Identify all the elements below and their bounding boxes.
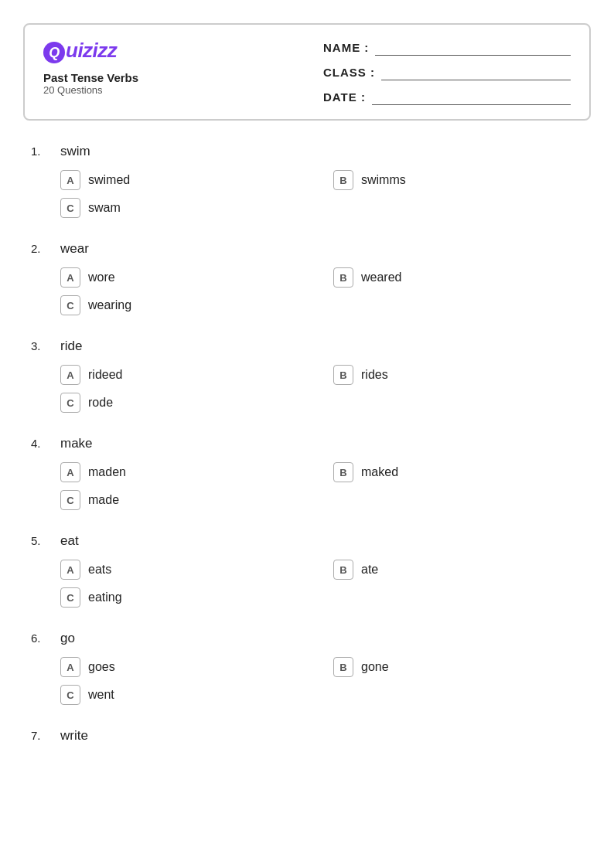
- questions-container: 1.swimAswimedBswimmsCswam2.wearAworeBwea…: [23, 144, 591, 744]
- name-label: NAME :: [323, 41, 369, 54]
- option-empty: [333, 393, 583, 413]
- option-text-B: swimms: [361, 173, 406, 187]
- question-block-1: 1.swimAswimedBswimmsCswam: [31, 144, 583, 218]
- option-item: Aswimed: [60, 170, 310, 190]
- question-text-5: eat: [60, 533, 79, 549]
- option-text-B: weared: [361, 271, 401, 284]
- option-text-A: eats: [88, 563, 111, 577]
- question-number-5: 5.: [31, 534, 53, 547]
- question-number-row-2: 2.wear: [31, 241, 583, 257]
- quiz-title: Past Tense Verbs: [43, 71, 138, 84]
- option-item: Amaden: [60, 462, 310, 482]
- option-item: Cswam: [60, 198, 310, 218]
- class-field-row: CLASS :: [323, 63, 571, 80]
- options-grid-1: AswimedBswimmsCswam: [31, 170, 583, 218]
- option-item: Bgone: [333, 657, 583, 677]
- date-field-row: DATE :: [323, 88, 571, 105]
- question-text-7: write: [60, 728, 88, 744]
- option-text-B: gone: [361, 660, 389, 674]
- option-item: Bate: [333, 560, 583, 580]
- question-number-6: 6.: [31, 631, 53, 645]
- date-label: DATE :: [323, 90, 366, 104]
- option-empty: [333, 490, 583, 510]
- option-text-C: went: [88, 688, 114, 702]
- question-text-4: make: [60, 436, 93, 451]
- option-item: Awore: [60, 267, 310, 288]
- question-number-row-6: 6.go: [31, 631, 583, 646]
- option-empty: [333, 295, 583, 315]
- option-empty: [333, 587, 583, 608]
- question-text-2: wear: [60, 241, 89, 257]
- option-text-B: maked: [361, 465, 398, 479]
- option-item: Bswimms: [333, 170, 583, 190]
- class-label: CLASS :: [323, 66, 375, 79]
- option-badge-A: A: [60, 170, 80, 190]
- option-badge-A: A: [60, 267, 80, 288]
- option-text-C: made: [88, 493, 119, 507]
- class-line: [381, 63, 571, 80]
- options-grid-4: AmadenBmakedCmade: [31, 462, 583, 510]
- question-number-1: 1.: [31, 145, 53, 158]
- option-badge-A: A: [60, 560, 80, 580]
- option-badge-C: C: [60, 685, 80, 705]
- question-number-row-5: 5.eat: [31, 533, 583, 549]
- header-left: QQuizizzuizizz Past Tense Verbs 20 Quest…: [43, 39, 138, 96]
- options-grid-5: AeatsBateCeating: [31, 560, 583, 608]
- option-empty: [333, 685, 583, 705]
- option-badge-B: B: [333, 170, 353, 190]
- option-text-B: rides: [361, 368, 388, 382]
- option-item: Cwearing: [60, 295, 310, 315]
- question-number-4: 4.: [31, 437, 53, 450]
- option-text-A: wore: [88, 271, 115, 284]
- name-field-row: NAME :: [323, 39, 571, 56]
- option-badge-B: B: [333, 267, 353, 288]
- option-item: Bmaked: [333, 462, 583, 482]
- logo: QQuizizzuizizz: [43, 39, 138, 63]
- option-text-C: swam: [88, 201, 121, 215]
- option-text-A: swimed: [88, 173, 130, 187]
- option-badge-C: C: [60, 587, 80, 608]
- options-grid-6: AgoesBgoneCwent: [31, 657, 583, 705]
- name-line: [375, 39, 571, 56]
- question-number-row-7: 7.write: [31, 728, 583, 744]
- option-item: Brides: [333, 365, 583, 385]
- option-item: Bweared: [333, 267, 583, 288]
- options-grid-3: ArideedBridesCrode: [31, 365, 583, 413]
- option-item: Cwent: [60, 685, 310, 705]
- options-grid-2: AworeBwearedCwearing: [31, 267, 583, 315]
- option-empty: [333, 198, 583, 218]
- option-item: Arideed: [60, 365, 310, 385]
- option-text-C: rode: [88, 396, 113, 410]
- question-number-row-3: 3.ride: [31, 339, 583, 354]
- question-block-2: 2.wearAworeBwearedCwearing: [31, 241, 583, 315]
- option-item: Crode: [60, 393, 310, 413]
- option-badge-C: C: [60, 490, 80, 510]
- question-number-7: 7.: [31, 729, 53, 742]
- question-block-7: 7.write: [31, 728, 583, 744]
- question-text-6: go: [60, 631, 75, 646]
- option-badge-A: A: [60, 657, 80, 677]
- option-badge-A: A: [60, 365, 80, 385]
- option-item: Aeats: [60, 560, 310, 580]
- header-right: NAME : CLASS : DATE :: [323, 39, 571, 105]
- option-text-A: maden: [88, 465, 126, 479]
- option-badge-C: C: [60, 198, 80, 218]
- option-badge-B: B: [333, 560, 353, 580]
- question-block-5: 5.eatAeatsBateCeating: [31, 533, 583, 608]
- option-item: Ceating: [60, 587, 310, 608]
- option-badge-C: C: [60, 393, 80, 413]
- option-text-A: rideed: [88, 368, 122, 382]
- question-number-row-4: 4.make: [31, 436, 583, 451]
- header-box: QQuizizzuizizz Past Tense Verbs 20 Quest…: [23, 23, 591, 121]
- option-text-C: wearing: [88, 298, 131, 312]
- option-badge-B: B: [333, 365, 353, 385]
- question-block-6: 6.goAgoesBgoneCwent: [31, 631, 583, 705]
- option-text-C: eating: [88, 591, 122, 604]
- option-badge-B: B: [333, 462, 353, 482]
- option-badge-A: A: [60, 462, 80, 482]
- date-line: [372, 88, 571, 105]
- question-text-3: ride: [60, 339, 82, 354]
- question-number-2: 2.: [31, 242, 53, 255]
- logo-q: Q: [43, 42, 65, 63]
- quiz-subtitle: 20 Questions: [43, 84, 138, 96]
